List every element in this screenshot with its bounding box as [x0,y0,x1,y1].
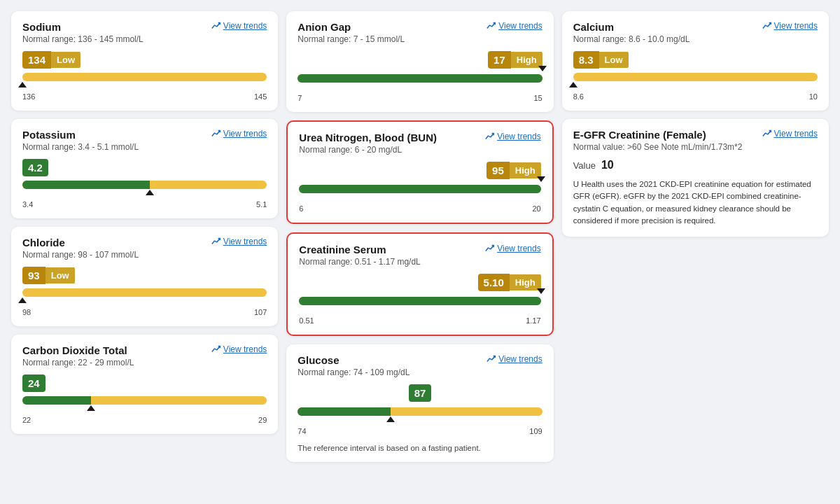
calcium-labels: 8.6 10 [573,92,818,101]
anion-gap-card: Anion Gap View trends Normal range: 7 - … [286,11,553,112]
trends-icon [485,244,495,253]
egfr-normal: Normal value: >60 See Note mL/min/1.73m*… [573,142,818,152]
chloride-view-trends[interactable]: View trends [211,237,267,246]
calcium-indicator [573,73,818,81]
potassium-title: Potassium [22,129,76,141]
glucose-range: Normal range: 74 - 109 mg/dL [298,368,542,377]
trends-icon [211,21,221,31]
creatinine-badge: 5.10 High [478,274,541,291]
creatinine-track [299,297,540,305]
co2-range: Normal range: 22 - 29 mmol/L [22,358,267,368]
sodium-badge: 134 Low [22,51,80,69]
chloride-track [22,288,267,297]
glucose-arrow [386,416,395,422]
trends-icon [211,237,221,246]
sodium-view-trends[interactable]: View trends [211,21,267,31]
bun-labels: 6 20 [299,204,540,213]
glucose-title: Glucose [298,354,339,366]
sodium-range: Normal range: 136 - 145 mmol/L [22,34,267,44]
co2-badge: 24 [22,374,46,392]
potassium-card: Potassium View trends Normal range: 3.4 … [11,119,278,218]
glucose-indicator [298,407,542,416]
calcium-view-trends[interactable]: View trends [762,21,818,31]
creatinine-range: Normal range: 0.51 - 1.17 mg/dL [299,257,540,267]
calcium-value: 8.3 [573,51,599,69]
trends-icon [762,129,772,139]
bun-value: 95 [486,162,510,179]
anion-gap-badge: 17 High [488,51,542,69]
co2-arrow [87,405,95,411]
potassium-view-trends[interactable]: View trends [211,129,267,139]
potassium-labels: 3.4 5.1 [22,200,267,209]
bun-range: Normal range: 6 - 20 mg/dL [299,145,540,155]
sodium-badge-row: 134 Low [22,51,267,69]
glucose-note: The reference interval is based on a fas… [298,444,542,452]
bun-title: Urea Nitrogen, Blood (BUN) [299,132,437,144]
anion-gap-badge-row: 17 High [298,51,542,69]
calcium-status: Low [599,52,629,68]
egfr-value-row: Value 10 [573,159,818,172]
right-column: Calcium View trends Normal range: 8.6 - … [562,11,829,462]
creatinine-title: Creatinine Serum [299,244,386,255]
potassium-fill [22,181,150,189]
anion-gap-arrow [538,66,547,71]
glucose-fill [298,407,391,416]
sodium-title: Sodium [22,21,61,33]
calcium-badge-row: 8.3 Low [573,51,818,69]
trends-icon [211,344,221,354]
bun-card: Urea Nitrogen, Blood (BUN) View trends N… [286,120,553,224]
anion-gap-view-trends[interactable]: View trends [486,21,542,31]
egfr-value: 10 [601,159,614,172]
chloride-status: Low [46,267,75,284]
sodium-labels: 136 145 [22,92,267,101]
potassium-badge-row: 4.2 [22,159,267,176]
bun-view-trends[interactable]: View trends [485,132,540,141]
calcium-title: Calcium [573,21,614,33]
creatinine-fill [299,297,540,305]
chloride-range: Normal range: 98 - 107 mmol/L [22,250,267,260]
potassium-range: Normal range: 3.4 - 5.1 mmol/L [22,142,267,152]
calcium-arrow [569,82,578,88]
middle-column: Anion Gap View trends Normal range: 7 - … [286,11,553,462]
trends-icon [486,354,496,364]
calcium-card: Calcium View trends Normal range: 8.6 - … [562,11,829,111]
glucose-view-trends[interactable]: View trends [486,354,542,364]
anion-gap-title: Anion Gap [298,21,351,33]
calcium-badge: 8.3 Low [573,51,629,69]
glucose-track [298,407,542,416]
co2-labels: 22 29 [22,416,267,424]
bun-badge: 95 High [486,162,541,179]
egfr-card: E-GFR Creatinine (Female) View trends No… [562,119,829,237]
anion-gap-value: 17 [488,51,511,69]
egfr-note: U Health uses the 2021 CKD-EPI creatinin… [573,178,818,227]
chloride-indicator [22,288,267,297]
chloride-value: 93 [22,267,46,284]
creatinine-value: 5.10 [478,274,510,291]
chloride-title: Chloride [22,237,65,248]
trends-icon [485,132,495,141]
trends-icon [486,21,496,31]
glucose-badge: 87 [409,384,432,402]
chloride-badge-row: 93 Low [22,267,267,284]
bun-badge-row: 95 High [299,162,540,179]
left-column: Sodium View trends Normal range: 136 - 1… [11,11,278,462]
egfr-view-trends[interactable]: View trends [762,129,818,139]
anion-gap-labels: 7 15 [298,94,542,102]
glucose-value: 87 [409,384,432,402]
co2-fill [22,396,91,405]
anion-gap-indicator [298,74,542,83]
main-grid: Sodium View trends Normal range: 136 - 1… [11,11,829,462]
creatinine-indicator [299,297,540,305]
creatinine-view-trends[interactable]: View trends [485,244,540,253]
co2-value: 24 [22,374,46,392]
calcium-track [573,73,818,81]
co2-view-trends[interactable]: View trends [211,344,267,354]
co2-track [22,396,267,405]
sodium-track [22,73,267,81]
egfr-title: E-GFR Creatinine (Female) [573,129,706,141]
trends-icon [211,129,221,139]
sodium-status: Low [51,52,80,68]
co2-title: Carbon Dioxide Total [22,344,127,356]
trends-icon [762,21,772,31]
creatinine-arrow [537,288,545,294]
